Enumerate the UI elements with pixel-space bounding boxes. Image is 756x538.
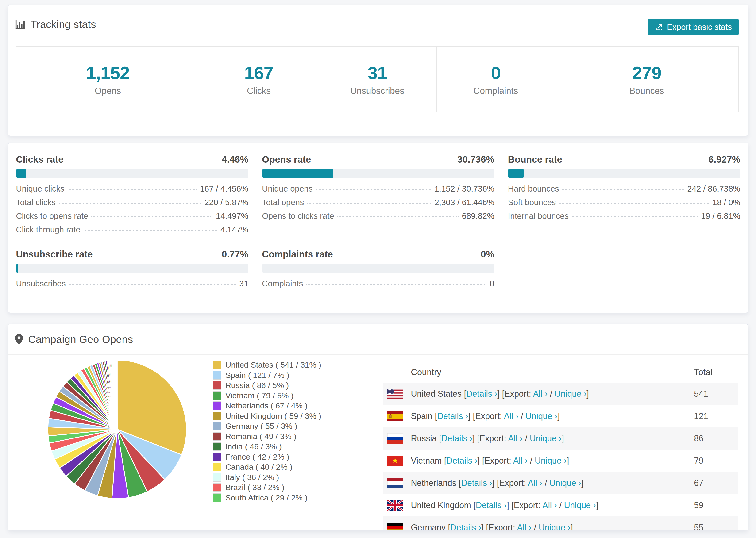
legend-item-france[interactable]: France ( 42 / 2% ): [213, 452, 321, 462]
legend-item-russia[interactable]: Russia ( 86 / 5% ): [213, 380, 321, 391]
rate-detail-value: 14.497%: [216, 211, 248, 221]
country-cell: Spain [Details ›] [Export: All › / Uniqu…: [411, 411, 560, 421]
legend-label: Germany ( 55 / 3% ): [225, 422, 297, 431]
legend-swatch-icon: [213, 371, 221, 380]
rate-block-head: Opens rate 30.736%: [262, 154, 495, 165]
details-link[interactable]: Details ›: [461, 478, 492, 488]
legend-item-united-states[interactable]: United States ( 541 / 31% ): [213, 360, 321, 370]
legend-label: Spain ( 121 / 7% ): [225, 371, 289, 380]
export-unique-link[interactable]: Unique ›: [549, 478, 581, 488]
dotted-leader: [69, 284, 236, 285]
rate-rows: Unique opens 1,152 / 30.736% Total opens…: [262, 184, 495, 225]
legend-item-spain[interactable]: Spain ( 121 / 7% ): [213, 370, 321, 381]
export-all-link[interactable]: All ›: [533, 389, 548, 399]
geo-table-row-united-kingdom: United Kingdom [Details ›] [Export: All …: [383, 494, 738, 516]
rate-detail-row: Complaints 0: [262, 279, 495, 293]
legend-label: United Kingdom ( 59 / 3% ): [225, 411, 321, 421]
legend-swatch-icon: [213, 453, 221, 461]
dotted-leader: [59, 203, 201, 203]
rate-value: 0.77%: [222, 248, 248, 260]
details-link[interactable]: Details ›: [476, 501, 507, 510]
dotted-leader: [337, 216, 459, 217]
stat-value: 279: [632, 63, 661, 83]
export-basic-stats-button[interactable]: Export basic stats: [648, 19, 739, 35]
rate-detail-label: Internal bounces: [508, 211, 568, 221]
rate-detail-row: Hard bounces 242 / 86.738%: [508, 184, 740, 198]
rate-title: Complaints rate: [262, 248, 333, 260]
rate-progress-fill: [262, 169, 333, 178]
rate-value: 4.46%: [222, 154, 248, 165]
details-link[interactable]: Details ›: [450, 523, 481, 531]
flag-de-icon: [387, 522, 403, 531]
export-unique-link[interactable]: Unique ›: [530, 434, 562, 443]
export-unique-link[interactable]: Unique ›: [539, 523, 570, 531]
export-unique-link[interactable]: Unique ›: [535, 456, 567, 465]
legend-item-united-kingdom[interactable]: United Kingdom ( 59 / 3% ): [213, 411, 321, 421]
legend-item-italy[interactable]: Italy ( 36 / 2% ): [213, 472, 321, 483]
flag-vn-icon: [387, 456, 403, 466]
export-all-link[interactable]: All ›: [508, 434, 523, 443]
location-pin-icon: [15, 334, 23, 345]
rate-detail-row: Total opens 2,303 / 61.446%: [262, 198, 495, 211]
stat-clicks: 167 Clicks: [200, 47, 318, 112]
rate-block-head: Complaints rate 0%: [262, 248, 495, 260]
export-button-label: Export basic stats: [667, 22, 732, 32]
stat-label: Opens: [95, 86, 121, 96]
stat-label: Clicks: [247, 86, 271, 96]
tracking-stats-title: Tracking stats: [30, 19, 96, 30]
details-link[interactable]: Details ›: [437, 411, 468, 421]
dotted-leader: [562, 189, 684, 190]
stat-complaints: 0 Complaints: [437, 47, 555, 112]
legend-swatch-icon: [213, 391, 221, 400]
stat-opens: 1,152 Opens: [16, 47, 200, 112]
legend-swatch-icon: [213, 381, 221, 390]
legend-swatch-icon: [213, 422, 221, 430]
export-all-link[interactable]: All ›: [513, 456, 528, 465]
geo-pie-chart[interactable]: [46, 358, 188, 500]
rate-detail-row: Internal bounces 19 / 6.81%: [508, 211, 740, 225]
export-unique-link[interactable]: Unique ›: [525, 411, 557, 421]
rate-detail-row: Opens to clicks rate 689.82%: [262, 211, 495, 225]
legend-label: United States ( 541 / 31% ): [225, 360, 321, 369]
total-cell: 86: [694, 434, 703, 443]
rate-detail-label: Opens to clicks rate: [262, 211, 334, 221]
legend-label: Netherlands ( 67 / 4% ): [225, 401, 307, 410]
details-link[interactable]: Details ›: [446, 456, 477, 465]
legend-item-netherlands[interactable]: Netherlands ( 67 / 4% ): [213, 401, 321, 411]
export-all-link[interactable]: All ›: [528, 478, 542, 488]
legend-item-south-africa[interactable]: South Africa ( 29 / 2% ): [213, 493, 321, 503]
export-all-link[interactable]: All ›: [504, 411, 518, 421]
legend-item-brazil[interactable]: Brazil ( 33 / 2% ): [213, 482, 321, 493]
legend-swatch-icon: [213, 493, 221, 502]
legend-item-canada[interactable]: Canada ( 40 / 2% ): [213, 462, 321, 472]
legend-item-vietnam[interactable]: Vietnam ( 79 / 5% ): [213, 391, 321, 401]
stat-value: 167: [244, 63, 273, 83]
legend-item-germany[interactable]: Germany ( 55 / 3% ): [213, 421, 321, 431]
pie-slice-other[interactable]: [117, 360, 117, 429]
rate-detail-label: Unique opens: [262, 184, 313, 193]
export-all-link[interactable]: All ›: [517, 523, 531, 531]
rate-title: Unsubscribe rate: [16, 248, 93, 260]
rate-block-clicks-rate: Clicks rate 4.46% Unique clicks 167 / 4.…: [16, 154, 248, 239]
legend-item-romania[interactable]: Romania ( 49 / 3% ): [213, 431, 321, 442]
rate-progress-bar: [16, 169, 248, 178]
export-unique-link[interactable]: Unique ›: [564, 501, 596, 510]
rate-detail-value: 19 / 6.81%: [701, 211, 740, 221]
rate-block-bounce-rate: Bounce rate 6.927% Hard bounces 242 / 86…: [508, 154, 740, 239]
rate-rows: Hard bounces 242 / 86.738% Soft bounces …: [508, 184, 740, 225]
dotted-leader: [306, 284, 486, 285]
export-unique-link[interactable]: Unique ›: [555, 389, 586, 399]
rate-detail-value: 1,152 / 30.736%: [434, 184, 494, 193]
geo-table-row-spain: Spain [Details ›] [Export: All › / Uniqu…: [383, 405, 738, 427]
export-all-link[interactable]: All ›: [542, 501, 557, 510]
rate-value: 30.736%: [457, 154, 494, 165]
stat-bounces: 279 Bounces: [555, 47, 738, 112]
dotted-leader: [83, 230, 217, 231]
legend-item-india[interactable]: India ( 46 / 3% ): [213, 442, 321, 452]
dotted-leader: [316, 189, 431, 190]
details-link[interactable]: Details ›: [441, 434, 472, 443]
rate-rows: Unsubscribes 31: [16, 279, 248, 293]
flag-es-icon: [387, 411, 403, 421]
details-link[interactable]: Details ›: [466, 389, 497, 399]
rate-block-head: Clicks rate 4.46%: [16, 154, 248, 165]
